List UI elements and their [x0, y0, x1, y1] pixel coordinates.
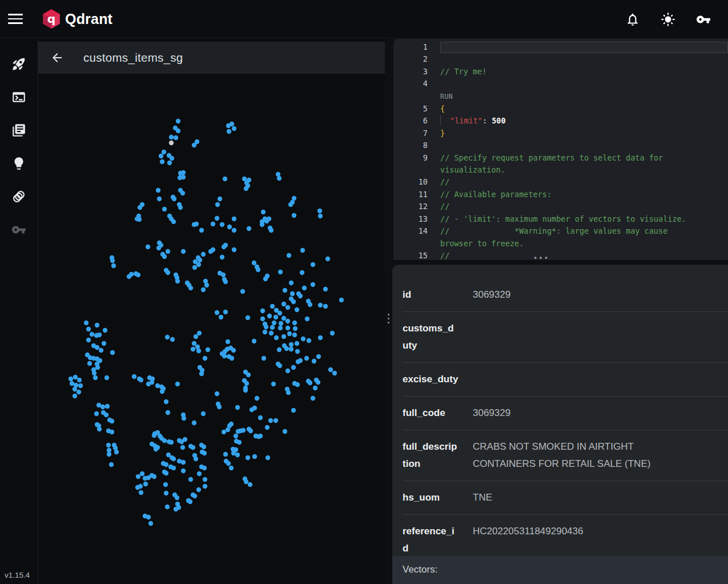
data-point[interactable] [160, 159, 164, 164]
data-point[interactable] [230, 356, 234, 361]
data-point[interactable] [317, 209, 322, 213]
data-point[interactable] [196, 487, 201, 492]
data-point[interactable] [237, 440, 242, 445]
notifications-button[interactable] [625, 12, 640, 27]
data-point[interactable] [143, 482, 148, 486]
data-point[interactable] [283, 288, 287, 293]
data-point[interactable] [279, 321, 283, 326]
data-point[interactable] [198, 258, 202, 262]
data-point[interactable] [211, 247, 215, 252]
data-point[interactable] [146, 515, 151, 519]
data-point[interactable] [318, 214, 323, 218]
data-point[interactable] [169, 440, 174, 445]
data-point[interactable] [160, 389, 164, 394]
data-point[interactable] [223, 243, 228, 247]
data-point[interactable] [104, 375, 109, 380]
data-point[interactable] [244, 479, 248, 484]
data-point[interactable] [157, 197, 162, 201]
data-point[interactable] [140, 471, 144, 476]
data-point[interactable] [283, 429, 287, 434]
data-point[interactable] [73, 394, 77, 398]
data-point[interactable] [150, 380, 154, 385]
data-point[interactable] [295, 341, 299, 346]
data-point[interactable] [182, 416, 186, 421]
sidebar-item-collections[interactable] [11, 123, 26, 138]
data-point[interactable] [263, 277, 268, 281]
data-point[interactable] [318, 335, 323, 340]
data-point[interactable] [192, 421, 196, 425]
data-point[interactable] [215, 216, 219, 221]
data-point[interactable] [313, 386, 317, 390]
data-point[interactable] [223, 279, 228, 284]
data-point[interactable] [220, 255, 224, 259]
data-point[interactable] [174, 135, 178, 140]
data-point[interactable] [176, 505, 181, 510]
data-point[interactable] [164, 491, 168, 495]
data-point[interactable] [197, 331, 202, 335]
data-point[interactable] [232, 126, 236, 131]
data-point[interactable] [264, 325, 268, 329]
data-point[interactable] [227, 225, 232, 229]
data-point[interactable] [175, 382, 180, 386]
data-point[interactable] [181, 249, 186, 254]
data-point[interactable] [169, 135, 174, 139]
data-point[interactable] [73, 387, 77, 391]
data-point[interactable] [215, 391, 219, 396]
sidebar-item-tutorial[interactable] [11, 156, 26, 171]
data-point[interactable] [269, 228, 273, 233]
data-point[interactable] [170, 156, 174, 161]
data-point[interactable] [291, 365, 296, 370]
data-point[interactable] [252, 261, 256, 265]
data-point[interactable] [192, 265, 197, 270]
data-point[interactable] [104, 413, 108, 417]
data-point[interactable] [270, 325, 275, 330]
data-point[interactable] [191, 445, 195, 450]
code-editor[interactable]: 123// Try me!4RUN5{6"limit": 5007}89// S… [393, 39, 728, 260]
data-point[interactable] [94, 411, 99, 416]
data-point[interactable] [156, 246, 161, 250]
data-point[interactable] [102, 341, 106, 346]
data-point[interactable] [311, 396, 315, 401]
data-point[interactable] [293, 326, 297, 331]
data-point[interactable] [266, 455, 270, 460]
data-point[interactable] [267, 314, 272, 318]
data-point[interactable] [263, 330, 267, 334]
data-point[interactable] [194, 457, 198, 461]
data-point[interactable] [274, 335, 279, 340]
data-point[interactable] [289, 342, 293, 347]
data-point[interactable] [97, 333, 102, 337]
qdrant-logo[interactable]: q Qdrant [41, 9, 112, 29]
data-point[interactable] [219, 315, 223, 319]
data-point[interactable] [221, 273, 226, 277]
data-point[interactable] [192, 341, 196, 346]
data-point[interactable] [281, 302, 286, 306]
data-point[interactable] [203, 484, 207, 489]
data-point[interactable] [243, 388, 248, 393]
selected-data-point[interactable] [169, 141, 174, 145]
data-point[interactable] [328, 367, 333, 372]
data-point[interactable] [105, 404, 110, 409]
data-point[interactable] [171, 219, 176, 224]
data-point[interactable] [201, 252, 206, 257]
data-point[interactable] [162, 207, 167, 211]
data-point[interactable] [267, 217, 271, 221]
data-point[interactable] [258, 434, 263, 438]
data-point[interactable] [194, 222, 199, 226]
data-point[interactable] [262, 356, 266, 361]
data-point[interactable] [285, 305, 290, 310]
data-point[interactable] [180, 191, 185, 195]
data-point[interactable] [244, 381, 249, 386]
data-point[interactable] [222, 354, 227, 358]
data-point[interactable] [232, 217, 236, 221]
data-point[interactable] [292, 321, 297, 325]
data-point[interactable] [226, 427, 230, 432]
data-point[interactable] [129, 272, 134, 277]
sidebar-item-welcome[interactable] [11, 57, 26, 71]
data-point[interactable] [273, 315, 278, 319]
data-point[interactable] [106, 443, 111, 447]
data-point[interactable] [246, 455, 250, 460]
data-point[interactable] [138, 205, 142, 210]
data-point[interactable] [154, 447, 158, 451]
data-point[interactable] [271, 382, 276, 386]
data-point[interactable] [278, 326, 283, 330]
